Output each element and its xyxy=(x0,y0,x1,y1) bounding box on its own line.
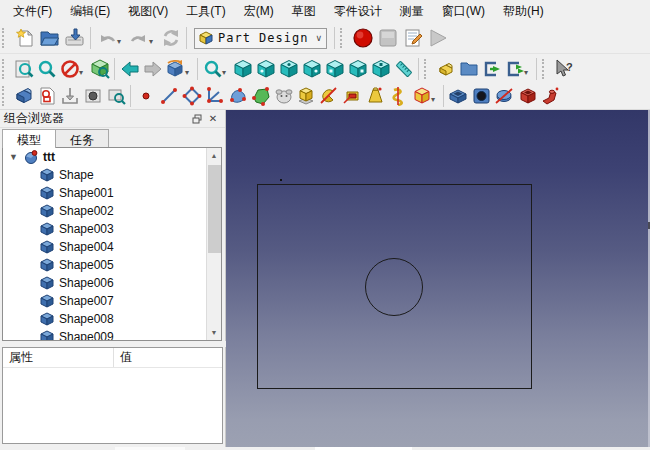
tree-item-shape[interactable]: Shape009 xyxy=(3,328,221,341)
undo-dropdown-icon[interactable]: ▾ xyxy=(117,37,125,46)
hole-icon[interactable] xyxy=(470,85,493,108)
new-document-icon[interactable] xyxy=(12,26,37,51)
view-rear-icon[interactable] xyxy=(323,58,346,81)
groove-yellow-icon[interactable] xyxy=(341,85,364,108)
map-sketch-icon[interactable] xyxy=(58,85,81,108)
toolbar-grip[interactable] xyxy=(542,59,549,79)
tree-item-document[interactable]: ▼ ttt xyxy=(3,148,221,166)
make-sub-link-icon[interactable] xyxy=(503,58,526,81)
fit-all-icon[interactable] xyxy=(12,58,35,81)
whats-this-icon[interactable]: ? xyxy=(552,58,575,81)
menu-item-macro[interactable]: 宏(M) xyxy=(235,0,283,23)
create-face-icon[interactable] xyxy=(272,85,295,108)
create-sketch-icon[interactable] xyxy=(35,85,58,108)
tree-item-shape[interactable]: Shape006 xyxy=(3,274,221,292)
menu-item-partdesign[interactable]: 零件设计 xyxy=(325,0,391,23)
close-panel-icon[interactable]: ✕ xyxy=(205,112,221,126)
draw-style-icon[interactable] xyxy=(58,58,81,81)
view-front-icon[interactable] xyxy=(254,58,277,81)
menu-item-file[interactable]: 文件(F) xyxy=(4,0,61,23)
tab-model[interactable]: 模型 xyxy=(2,129,56,148)
scroll-down-icon[interactable]: ▼ xyxy=(207,325,221,340)
draw-style-dropdown-icon[interactable]: ▾ xyxy=(79,68,87,77)
macro-edit-icon[interactable] xyxy=(400,26,425,51)
toolbar-grip[interactable] xyxy=(424,59,431,79)
save-document-icon[interactable] xyxy=(62,26,87,51)
primitive-dropdown-icon[interactable]: ▾ xyxy=(431,95,439,104)
part-icon[interactable] xyxy=(434,58,457,81)
create-polyline-icon[interactable] xyxy=(203,85,226,108)
loft-icon[interactable] xyxy=(364,85,387,108)
chevron-down-icon[interactable]: ▼ xyxy=(9,152,21,162)
zoom-dropdown-icon[interactable]: ▾ xyxy=(222,68,230,77)
tree-item-shape[interactable]: Shape005 xyxy=(3,256,221,274)
redo-dropdown-icon[interactable]: ▾ xyxy=(149,37,157,46)
groove-icon[interactable] xyxy=(493,85,516,108)
undo-icon[interactable] xyxy=(94,26,119,51)
view-isometric-icon[interactable] xyxy=(231,58,254,81)
sketch-circle[interactable] xyxy=(365,258,423,316)
helix-icon[interactable] xyxy=(387,85,410,108)
toolbar-grip[interactable] xyxy=(2,59,9,79)
link-dropdown-icon[interactable]: ▾ xyxy=(524,68,532,77)
zoom-icon[interactable] xyxy=(201,58,224,81)
measure-distance-icon[interactable] xyxy=(392,58,415,81)
tree-scrollbar[interactable]: ▲ ▼ xyxy=(206,148,221,340)
menu-item-tools[interactable]: 工具(T) xyxy=(177,0,234,23)
menu-item-sketch[interactable]: 草图 xyxy=(283,0,325,23)
macro-record-icon[interactable] xyxy=(350,26,375,51)
section-view-icon[interactable] xyxy=(81,85,104,108)
tree-item-shape[interactable]: Shape xyxy=(3,166,221,184)
refresh-icon[interactable] xyxy=(158,26,183,51)
tree-item-shape[interactable]: Shape008 xyxy=(3,310,221,328)
create-point-icon[interactable] xyxy=(134,85,157,108)
macro-stop-icon[interactable] xyxy=(375,26,400,51)
toolbar-grip[interactable] xyxy=(2,28,9,48)
tree-item-shape[interactable]: Shape002 xyxy=(3,202,221,220)
viewport-3d[interactable] xyxy=(226,110,650,447)
create-bspline-icon[interactable] xyxy=(226,85,249,108)
workbench-selector[interactable]: Part Design ∨ xyxy=(194,28,327,49)
float-panel-icon[interactable] xyxy=(189,112,205,126)
validate-sketch-icon[interactable] xyxy=(104,85,127,108)
scrollbar-thumb[interactable] xyxy=(208,165,221,253)
view-right-icon[interactable] xyxy=(300,58,323,81)
create-rectangle-icon[interactable] xyxy=(180,85,203,108)
create-body-icon[interactable] xyxy=(12,85,35,108)
navigate-forward-icon[interactable] xyxy=(141,58,164,81)
view-rotate-icon[interactable] xyxy=(164,58,187,81)
create-polygon-icon[interactable] xyxy=(249,85,272,108)
pocket-icon[interactable] xyxy=(447,85,470,108)
tree-item-shape[interactable]: Shape007 xyxy=(3,292,221,310)
toolbar-grip[interactable] xyxy=(2,86,9,106)
redo-icon[interactable] xyxy=(126,26,151,51)
pocket-red-icon[interactable] xyxy=(516,85,539,108)
selection-view-icon[interactable] xyxy=(88,58,111,81)
create-line-icon[interactable] xyxy=(157,85,180,108)
view-top-icon[interactable] xyxy=(277,58,300,81)
menu-item-window[interactable]: 窗口(W) xyxy=(433,0,494,23)
macro-run-icon[interactable] xyxy=(425,26,450,51)
menu-item-view[interactable]: 视图(V) xyxy=(119,0,177,23)
fit-selection-icon[interactable] xyxy=(35,58,58,81)
menu-item-measure[interactable]: 测量 xyxy=(391,0,433,23)
toolbar-grip[interactable] xyxy=(340,28,347,48)
combo-view-titlebar[interactable]: 组合浏览器 ✕ xyxy=(0,110,225,128)
view-rotate-dropdown-icon[interactable]: ▾ xyxy=(185,68,193,77)
primitive-box-icon[interactable] xyxy=(410,85,433,108)
tree-item-shape[interactable]: Shape001 xyxy=(3,184,221,202)
navigate-back-icon[interactable] xyxy=(118,58,141,81)
pad-icon[interactable] xyxy=(295,85,318,108)
make-link-icon[interactable] xyxy=(480,58,503,81)
revolution-icon[interactable] xyxy=(318,85,341,108)
scroll-up-icon[interactable]: ▲ xyxy=(207,148,221,163)
view-bottom-icon[interactable] xyxy=(346,58,369,81)
group-icon[interactable] xyxy=(457,58,480,81)
tab-tasks[interactable]: 任务 xyxy=(55,129,109,148)
pipe-red-icon[interactable] xyxy=(539,85,562,108)
menu-item-edit[interactable]: 编辑(E) xyxy=(61,0,119,23)
tree-item-shape[interactable]: Shape003 xyxy=(3,220,221,238)
open-document-icon[interactable] xyxy=(37,26,62,51)
tree-item-shape[interactable]: Shape004 xyxy=(3,238,221,256)
menu-item-help[interactable]: 帮助(H) xyxy=(494,0,553,23)
